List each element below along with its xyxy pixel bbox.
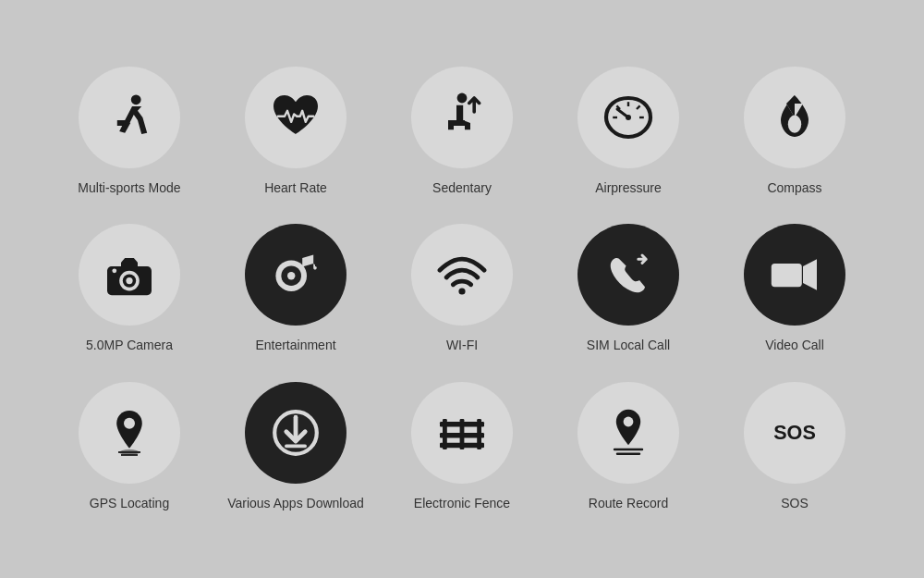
svg-point-17 [287, 272, 295, 279]
features-grid: Multi-sports Mode Heart Rate [0, 39, 924, 539]
svg-point-8 [626, 115, 631, 120]
sim-local-call-icon-circle [578, 224, 679, 326]
svg-point-9 [788, 116, 801, 133]
route-record-label: Route Record [589, 495, 668, 511]
gps-locating-icon [102, 405, 157, 461]
feature-entertainment: Entertainment [222, 224, 370, 353]
feature-compass: Compass [721, 67, 869, 196]
svg-line-6 [637, 106, 640, 110]
feature-sedentary: Sedentary [388, 67, 536, 196]
apps-download-icon [268, 405, 323, 461]
camera-icon-circle [79, 224, 180, 326]
svg-point-18 [458, 289, 465, 295]
feature-heart-rate: Heart Rate [222, 67, 370, 196]
sim-local-call-icon [601, 247, 656, 302]
camera-label: 5.0MP Camera [86, 337, 173, 353]
svg-text:SOS: SOS [773, 421, 816, 444]
feature-sim-local-call: SIM Local Call [554, 224, 702, 353]
electronic-fence-icon [434, 405, 490, 461]
electronic-fence-label: Electronic Fence [414, 495, 510, 511]
entertainment-label: Entertainment [255, 337, 335, 353]
wifi-icon [434, 247, 490, 302]
airpressure-icon-circle [578, 67, 679, 168]
sos-icon: SOS [767, 405, 822, 461]
gps-locating-label: GPS Locating [90, 495, 169, 511]
svg-point-1 [457, 93, 468, 104]
feature-camera: 5.0MP Camera [55, 224, 203, 353]
video-call-label: Video Call [765, 337, 824, 353]
airpressure-label: Airpressure [595, 179, 662, 196]
feature-gps-locating: GPS Locating [55, 382, 203, 511]
svg-point-14 [112, 269, 116, 274]
multi-sports-mode-icon [102, 90, 157, 145]
heart-rate-label: Heart Rate [264, 179, 327, 196]
svg-rect-31 [440, 433, 484, 437]
feature-apps-download: Various Apps Download [222, 382, 370, 511]
apps-download-label: Various Apps Download [227, 495, 364, 511]
wifi-label: WI-FI [446, 337, 478, 353]
entertainment-icon-circle [245, 224, 346, 326]
compass-icon-circle [744, 67, 845, 168]
entertainment-icon [268, 247, 323, 302]
sedentary-icon-circle [411, 67, 513, 168]
sos-icon-circle: SOS [744, 382, 845, 484]
feature-airpressure: Airpressure [554, 67, 702, 196]
multi-sports-mode-icon-circle [79, 67, 180, 168]
sos-label: SOS [781, 495, 808, 511]
sedentary-icon [434, 90, 490, 145]
feature-video-call: Video Call [721, 224, 869, 353]
sim-local-call-label: SIM Local Call [587, 337, 670, 353]
feature-multi-sports-mode: Multi-sports Mode [55, 67, 203, 196]
svg-point-13 [126, 277, 132, 284]
svg-point-33 [624, 416, 634, 426]
apps-download-icon-circle [245, 382, 346, 484]
camera-icon [102, 247, 157, 302]
gps-locating-icon-circle [79, 382, 180, 484]
svg-rect-30 [440, 422, 484, 426]
route-record-icon-circle [578, 382, 679, 484]
feature-sos: SOS SOS [721, 382, 869, 511]
feature-route-record: Route Record [554, 382, 702, 511]
route-record-icon [601, 405, 656, 461]
feature-electronic-fence: Electronic Fence [388, 382, 536, 511]
heart-rate-icon-circle [245, 67, 346, 168]
video-call-icon-circle [744, 224, 845, 326]
multi-sports-mode-label: Multi-sports Mode [78, 179, 180, 196]
feature-wifi: WI-FI [388, 224, 536, 353]
svg-point-0 [131, 95, 141, 105]
video-call-icon [767, 247, 822, 302]
wifi-icon-circle [411, 224, 513, 326]
compass-icon [767, 90, 822, 145]
compass-label: Compass [767, 179, 821, 196]
electronic-fence-icon-circle [411, 382, 513, 484]
airpressure-icon [601, 90, 656, 145]
svg-rect-32 [440, 442, 484, 447]
heart-rate-icon [268, 90, 323, 145]
svg-point-20 [124, 417, 135, 428]
sedentary-label: Sedentary [432, 179, 492, 196]
svg-rect-19 [772, 264, 802, 287]
